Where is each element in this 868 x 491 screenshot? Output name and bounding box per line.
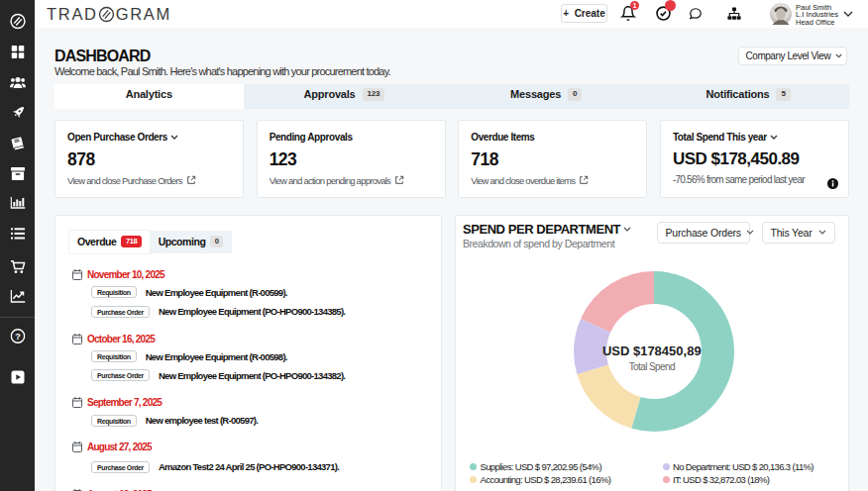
svg-text:?: ?: [15, 332, 21, 342]
